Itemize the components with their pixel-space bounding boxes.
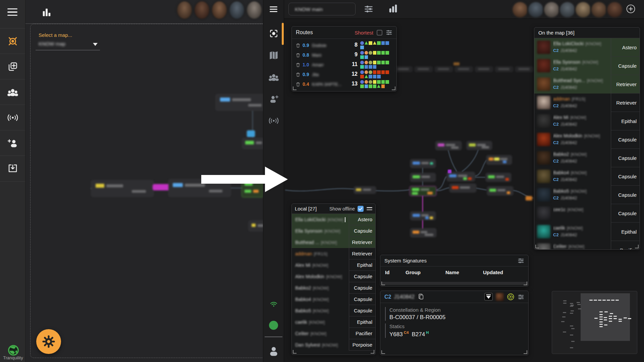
map-name-input[interactable]: KNOW main xyxy=(288,3,356,15)
resize-handle[interactable] xyxy=(524,282,527,285)
on-map-row[interactable]: Babko4[KNOW]C2J140842Capsule xyxy=(534,167,640,186)
sidebar-item-add-person[interactable] xyxy=(0,130,25,156)
map-node[interactable] xyxy=(410,159,436,168)
avatar[interactable] xyxy=(575,1,592,18)
route-row[interactable]: 1.0Amarr11 xyxy=(292,60,396,70)
routes-mode-checkbox[interactable] xyxy=(377,30,382,36)
sidebar-item-locate[interactable] xyxy=(0,28,25,54)
toolbar-item-status[interactable] xyxy=(263,316,284,335)
on-map-row[interactable]: Ella LokiClocki[KNOW]C2J140842Astero xyxy=(534,38,640,57)
map-node-marker[interactable] xyxy=(448,170,451,173)
toolbar-item-map[interactable] xyxy=(263,46,284,65)
map-node[interactable] xyxy=(242,138,263,149)
on-map-row[interactable]: Ella Syonson[KNOW]C2J140842Capsule xyxy=(534,57,640,75)
toolbar-item-groups[interactable] xyxy=(263,68,284,86)
map-node[interactable] xyxy=(467,141,492,150)
map-node[interactable] xyxy=(435,141,462,150)
on-map-row[interactable]: Babko5[KNOW]C2J140842Capsule xyxy=(534,186,640,204)
toolbar-item-connection[interactable] xyxy=(263,295,284,313)
resize-handle[interactable] xyxy=(293,350,297,354)
avatar[interactable] xyxy=(543,1,560,18)
signatures-settings-icon[interactable] xyxy=(518,257,524,264)
map-node[interactable] xyxy=(247,130,255,137)
on-map-row[interactable]: Butthead Syo...[KNOW]C2J140842Retriever xyxy=(534,75,640,94)
tune-icon[interactable] xyxy=(364,4,373,14)
local-row[interactable]: Alex Mi[KNOW]Epithal xyxy=(292,259,375,271)
map-node[interactable] xyxy=(216,94,263,111)
map-node[interactable] xyxy=(447,172,475,181)
sovereignty-badge-icon[interactable] xyxy=(484,293,493,301)
signatures-scrollbar[interactable] xyxy=(382,282,527,285)
trash-icon[interactable] xyxy=(296,82,301,87)
avatar[interactable] xyxy=(512,1,529,18)
avatar[interactable] xyxy=(590,1,607,18)
system-effect-icon[interactable] xyxy=(507,293,515,301)
avatar[interactable] xyxy=(559,1,576,18)
map-node[interactable] xyxy=(486,173,511,182)
map-node[interactable] xyxy=(410,228,436,237)
local-row[interactable]: Babko5[KNOW]Capsule xyxy=(292,305,375,316)
local-row[interactable]: Dan Sylvest[KNOW]Porpoise xyxy=(292,339,375,351)
routes-mode-label[interactable]: Shortest xyxy=(355,30,373,36)
local-row[interactable]: Ella Syonson[KNOW]Capsule xyxy=(292,225,375,237)
col-group[interactable]: Group xyxy=(406,269,421,275)
copy-icon[interactable] xyxy=(418,294,424,300)
map-node[interactable] xyxy=(415,66,433,72)
local-row[interactable]: Ella LokiClocki[KNOW]Astero xyxy=(292,214,375,225)
on-map-row[interactable]: cee1c[KNOW]Capsule xyxy=(534,204,640,223)
map-node[interactable] xyxy=(394,66,413,72)
minimap[interactable] xyxy=(552,291,637,354)
on-map-row[interactable]: caelik[KNOW]C2J140842Epithal xyxy=(534,223,640,241)
route-row[interactable]: 0.9Dodixie8 xyxy=(292,41,396,50)
avatar[interactable] xyxy=(527,1,544,18)
toolbar-item-add-person[interactable] xyxy=(263,89,284,108)
map-node[interactable] xyxy=(91,180,154,197)
local-row[interactable]: caelik[KNOW]Epithal xyxy=(292,316,375,328)
resize-handle[interactable] xyxy=(635,245,639,248)
resize-handle[interactable] xyxy=(392,86,395,90)
map-node[interactable] xyxy=(486,155,512,165)
sidebar-item-groups[interactable] xyxy=(0,79,25,105)
add-character-icon[interactable] xyxy=(626,4,636,14)
on-map-row[interactable]: Alex Molodkin[KNOW]C2J140842Capsule xyxy=(534,130,640,149)
route-row[interactable]: 0.8Mani9 xyxy=(292,50,396,60)
map-node[interactable] xyxy=(455,66,473,72)
settings-fab[interactable] xyxy=(36,329,61,354)
trash-icon[interactable] xyxy=(296,53,301,58)
local-row[interactable]: addman[FR1S]Retriever xyxy=(292,248,375,259)
map-node[interactable] xyxy=(515,66,533,72)
resize-handle[interactable] xyxy=(371,350,374,354)
col-id[interactable]: Id xyxy=(385,269,389,275)
map-menu-icon[interactable] xyxy=(270,6,277,12)
local-row[interactable]: Babko4[KNOW]Capsule xyxy=(292,294,375,305)
map-node[interactable] xyxy=(435,66,453,72)
col-name[interactable]: Name xyxy=(445,269,459,275)
avatar[interactable] xyxy=(606,1,623,18)
on-map-row[interactable]: Alex Mi[KNOW]C2J140842Epithal xyxy=(534,112,640,130)
toolbar-item-profile[interactable] xyxy=(263,342,284,360)
local-menu-icon[interactable] xyxy=(367,207,372,210)
local-row[interactable]: Butthead ...[KNOW]Retriever xyxy=(292,237,375,248)
toolbar-item-focus[interactable] xyxy=(263,24,284,43)
local-row[interactable]: Celiter[KNOW]Pacifier xyxy=(292,328,375,339)
on-map-row[interactable]: Celiter[KNOW]C2J140842Pacifier xyxy=(534,241,640,250)
resize-handle[interactable] xyxy=(535,245,539,248)
stats-icon[interactable] xyxy=(388,4,398,14)
col-updated[interactable]: Updated xyxy=(483,269,503,275)
routes-settings-icon[interactable] xyxy=(386,29,392,36)
resize-handle[interactable] xyxy=(293,86,297,90)
sidebar-item-broadcast[interactable] xyxy=(0,105,25,130)
map-node[interactable] xyxy=(487,186,513,195)
on-map-row[interactable]: addman[FR1S]C2J140842Retriever xyxy=(534,94,640,112)
map-node-marker[interactable] xyxy=(526,196,532,200)
resize-handle[interactable] xyxy=(381,282,385,285)
trash-icon[interactable] xyxy=(296,62,301,67)
sidebar-item-add-map[interactable] xyxy=(0,54,25,79)
on-map-row[interactable]: Babko2[KNOW]C2J140842Capsule xyxy=(534,149,640,167)
map-node[interactable] xyxy=(410,212,436,220)
map-node[interactable] xyxy=(495,66,513,72)
map-node[interactable] xyxy=(449,184,476,192)
map-node[interactable] xyxy=(354,186,376,194)
trash-icon[interactable] xyxy=(296,72,301,77)
resize-handle[interactable] xyxy=(524,350,527,354)
